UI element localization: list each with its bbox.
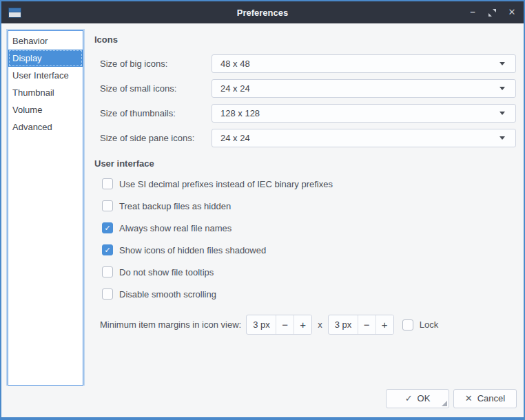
titlebar: Preferences − ✕ [1, 1, 524, 23]
margin-x-increment-button[interactable]: + [294, 315, 311, 334]
preferences-window: Preferences − ✕ Behavior Display User In… [0, 0, 525, 420]
margin-y-decrement-button[interactable]: − [358, 315, 375, 334]
chevron-down-icon [500, 136, 505, 140]
sidebar-item-advanced[interactable]: Advanced [8, 118, 83, 136]
sidebar-item-behavior[interactable]: Behavior [8, 32, 83, 50]
check-icon: ✓ [405, 393, 413, 403]
checkbox-label: Treat backup files as hidden [119, 201, 231, 211]
checkbox-row: ✓ Use SI decimal prefixes instead of IEC… [102, 178, 516, 189]
combo-value: 128 x 128 [220, 108, 500, 118]
margin-x-decrement-button[interactable]: − [276, 315, 294, 334]
dimension-separator: x [318, 319, 322, 330]
thumbnails-label: Size of thumbnails: [94, 108, 212, 118]
small-icons-size-select[interactable]: 24 x 24 [212, 79, 516, 98]
combo-value: 24 x 24 [220, 83, 500, 94]
margin-y-input[interactable]: 3 px [329, 315, 358, 334]
icons-section-header: Icons [94, 34, 516, 45]
margin-x-input[interactable]: 3 px [247, 315, 276, 334]
restore-icon [493, 9, 496, 12]
sidebar-item-volume[interactable]: Volume [8, 101, 83, 118]
checkbox-label: Disable smooth scrolling [119, 289, 216, 300]
combo-value: 48 x 48 [220, 59, 500, 69]
real-file-names-checkbox[interactable]: ✓ [102, 222, 113, 233]
minus-icon: − [282, 319, 288, 330]
restore-button[interactable] [488, 9, 496, 17]
close-icon: ✕ [465, 393, 473, 403]
category-list: Behavior Display User Interface Thumbnai… [8, 30, 83, 386]
side-pane-icons-size-select[interactable]: 24 x 24 [212, 129, 516, 147]
checkbox-row: ✓ Show icons of hidden files shadowed [102, 244, 516, 255]
hidden-files-shadowed-checkbox[interactable]: ✓ [102, 244, 113, 255]
minimize-button[interactable]: − [468, 8, 477, 17]
checkbox-label: Always show real file names [119, 223, 231, 233]
combo-value: 24 x 24 [220, 133, 500, 143]
checkbox-label: Do not show file tooltips [119, 267, 214, 277]
margin-x-spinner: 3 px − + [246, 315, 312, 335]
plus-icon: + [300, 319, 306, 330]
chevron-down-icon [500, 112, 505, 115]
thumbnails-size-select[interactable]: 128 x 128 [212, 104, 516, 123]
backup-hidden-checkbox[interactable]: ✓ [102, 200, 113, 211]
small-icons-row: Size of small icons: 24 x 24 [94, 79, 516, 98]
ok-button-label: OK [418, 393, 431, 403]
sidebar-item-user-interface[interactable]: User Interface [8, 67, 83, 84]
resize-grip-icon [442, 401, 447, 406]
dialog-content: Behavior Display User Interface Thumbnai… [1, 23, 524, 386]
lock-control: ✓ Lock [402, 319, 438, 330]
chevron-down-icon [500, 62, 505, 65]
sidebar-item-thumbnail[interactable]: Thumbnail [8, 84, 83, 101]
cancel-button-label: Cancel [477, 393, 505, 403]
checkbox-label: Show icons of hidden files shadowed [119, 245, 266, 255]
check-icon: ✓ [104, 246, 110, 254]
close-button[interactable]: ✕ [507, 8, 517, 17]
checkbox-row: ✓ Disable smooth scrolling [102, 288, 516, 300]
side-pane-icons-row: Size of side pane icons: 24 x 24 [94, 129, 516, 147]
checkbox-row: ✓ Treat backup files as hidden [102, 200, 516, 211]
ok-button[interactable]: ✓ OK [386, 389, 449, 408]
dialog-footer: ✓ OK ✕ Cancel [1, 386, 524, 417]
plus-icon: + [382, 319, 388, 330]
big-icons-row: Size of big icons: 48 x 48 [94, 54, 516, 73]
si-prefixes-checkbox[interactable]: ✓ [102, 178, 113, 189]
checkbox-label: Use SI decimal prefixes instead of IEC b… [119, 179, 333, 189]
checkbox-row: ✓ Do not show file tooltips [102, 266, 516, 277]
big-icons-label: Size of big icons: [94, 59, 212, 69]
sidebar-item-display[interactable]: Display [8, 50, 83, 67]
restore-icon [488, 13, 492, 17]
margin-y-increment-button[interactable]: + [375, 315, 393, 334]
checkbox-row: ✓ Always show real file names [102, 222, 516, 233]
disable-smooth-scrolling-checkbox[interactable]: ✓ [102, 288, 113, 300]
lock-checkbox[interactable]: ✓ [402, 319, 413, 330]
minus-icon: − [364, 319, 370, 330]
cancel-button[interactable]: ✕ Cancel [453, 389, 517, 408]
display-settings-panel: Icons Size of big icons: 48 x 48 Size of… [94, 30, 517, 386]
chevron-down-icon [500, 87, 505, 90]
small-icons-label: Size of small icons: [94, 83, 212, 94]
window-controls: − ✕ [468, 8, 517, 17]
big-icons-size-select[interactable]: 48 x 48 [212, 54, 516, 73]
lock-label: Lock [420, 319, 438, 330]
margin-y-spinner: 3 px − + [328, 315, 394, 335]
check-icon: ✓ [104, 224, 110, 232]
item-margins-row: Minimum item margins in icon view: 3 px … [100, 315, 516, 335]
item-margins-label: Minimum item margins in icon view: [100, 319, 241, 330]
app-window-icon [8, 8, 21, 18]
thumbnails-row: Size of thumbnails: 128 x 128 [94, 104, 516, 123]
window-title: Preferences [1, 8, 524, 18]
side-pane-icons-label: Size of side pane icons: [94, 133, 212, 143]
user-interface-section-header: User interface [94, 158, 516, 169]
no-file-tooltips-checkbox[interactable]: ✓ [102, 266, 113, 277]
